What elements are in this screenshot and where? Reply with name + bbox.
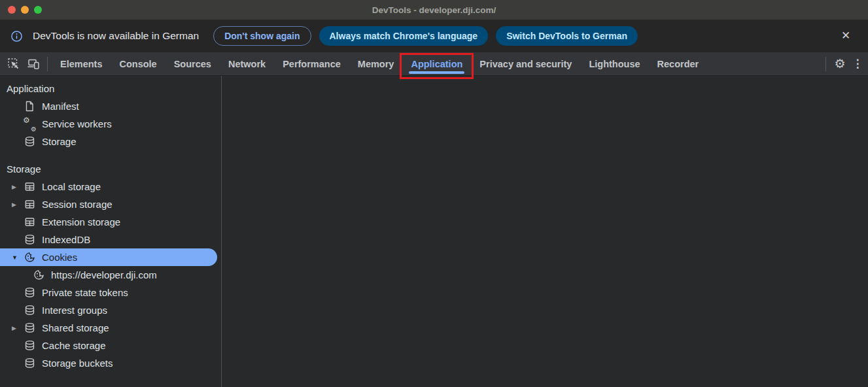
- devtools-toolbar: ElementsConsoleSourcesNetworkPerformance…: [0, 52, 868, 76]
- database-icon: [24, 322, 35, 334]
- sidebar-item-label: https://developer.dji.com: [51, 269, 157, 280]
- tab-label: Network: [228, 59, 266, 69]
- tab-label: Application: [411, 59, 462, 69]
- sidebar-item-https-developer-dji-com[interactable]: https://developer.dji.com: [0, 266, 221, 284]
- tab-label: Recorder: [657, 59, 699, 69]
- sidebar-item-service-workers[interactable]: ⚙⚙Service workers: [0, 115, 221, 133]
- sidebar-item-storage[interactable]: Storage: [0, 133, 221, 150]
- infobar-message: DevTools is now available in German: [33, 30, 199, 42]
- collapsed-arrow-icon[interactable]: ▶: [9, 325, 24, 331]
- sidebar-item-session-storage[interactable]: ▶Session storage: [0, 195, 221, 213]
- tab-memory[interactable]: Memory: [349, 52, 403, 75]
- tab-application[interactable]: Application: [402, 52, 471, 75]
- sidebar-item-private-state-tokens[interactable]: Private state tokens: [0, 284, 221, 301]
- close-icon[interactable]: ✕: [837, 27, 855, 45]
- tab-console[interactable]: Console: [111, 52, 165, 75]
- sidebar-item-cache-storage[interactable]: Cache storage: [0, 337, 221, 354]
- expanded-arrow-icon[interactable]: ▼: [9, 254, 24, 261]
- application-sidebar: ApplicationManifest⚙⚙Service workersStor…: [0, 76, 222, 387]
- more-options-kebab-icon[interactable]: ⋮: [850, 57, 865, 71]
- tab-lighthouse[interactable]: Lighthouse: [580, 52, 648, 75]
- main-area: ApplicationManifest⚙⚙Service workersStor…: [0, 76, 868, 387]
- sidebar-item-local-storage[interactable]: ▶Local storage: [0, 178, 221, 195]
- toolbar-divider: [47, 57, 48, 71]
- tab-label: Lighthouse: [589, 59, 640, 69]
- sidebar-item-label: Interest groups: [42, 305, 107, 316]
- tab-privacy-and-security[interactable]: Privacy and security: [471, 52, 580, 75]
- tab-label: Console: [119, 59, 156, 69]
- tab-network[interactable]: Network: [220, 52, 274, 75]
- sidebar-item-label: Storage buckets: [42, 358, 113, 369]
- always-match-chrome-s-language-button[interactable]: Always match Chrome's language: [319, 26, 489, 46]
- sidebar-item-label: Cookies: [42, 252, 77, 263]
- sidebar-item-label: Cache storage: [42, 340, 106, 351]
- panel-content: [222, 76, 868, 387]
- sidebar-item-indexeddb[interactable]: IndexedDB: [0, 231, 221, 248]
- sidebar-item-extension-storage[interactable]: Extension storage: [0, 213, 221, 231]
- inspect-element-icon[interactable]: [4, 55, 24, 73]
- database-icon: [24, 136, 35, 148]
- panel-tabs: ElementsConsoleSourcesNetworkPerformance…: [52, 52, 707, 75]
- don-t-show-again-button[interactable]: Don't show again: [213, 26, 311, 46]
- info-icon: [10, 30, 23, 42]
- language-infobar: DevTools is now available in German Don'…: [0, 20, 868, 52]
- sidebar-item-label: Session storage: [42, 199, 113, 210]
- switch-devtools-to-german-button[interactable]: Switch DevTools to German: [496, 26, 638, 46]
- sidebar-item-label: Storage: [42, 136, 77, 147]
- table-icon: [24, 216, 35, 228]
- tab-label: Performance: [283, 59, 341, 69]
- table-icon: [24, 199, 35, 210]
- sidebar-item-storage-buckets[interactable]: Storage buckets: [0, 354, 221, 372]
- tab-label: Memory: [358, 59, 394, 69]
- sidebar-item-cookies[interactable]: ▼Cookies: [0, 248, 217, 266]
- section-title-storage: Storage: [0, 160, 221, 178]
- sidebar-item-label: Shared storage: [42, 322, 109, 333]
- settings-gear-icon[interactable]: ⚙: [830, 56, 850, 71]
- tab-label: Elements: [60, 59, 102, 69]
- tab-elements[interactable]: Elements: [52, 52, 111, 75]
- database-icon: [24, 287, 35, 299]
- devtools-window: DevTools - developer.dji.com/ DevTools i…: [0, 0, 868, 387]
- section-title-application: Application: [0, 80, 221, 97]
- sidebar-item-manifest[interactable]: Manifest: [0, 97, 221, 115]
- tab-recorder[interactable]: Recorder: [649, 52, 708, 75]
- cookie-icon: [33, 269, 44, 281]
- database-icon: [24, 234, 35, 246]
- window-title: DevTools - developer.dji.com/: [0, 5, 868, 15]
- database-icon: [24, 340, 35, 352]
- toolbar-divider-right: [825, 57, 826, 71]
- collapsed-arrow-icon[interactable]: ▶: [9, 184, 24, 190]
- section-application: ApplicationManifest⚙⚙Service workersStor…: [0, 80, 221, 150]
- collapsed-arrow-icon[interactable]: ▶: [9, 201, 24, 208]
- gears-icon: ⚙⚙: [24, 118, 35, 130]
- sidebar-item-label: IndexedDB: [42, 234, 90, 245]
- sidebar-item-label: Service workers: [42, 118, 112, 129]
- sidebar-item-label: Local storage: [42, 181, 101, 192]
- titlebar: DevTools - developer.dji.com/: [0, 0, 868, 20]
- cookie-icon: [24, 252, 35, 263]
- tab-performance[interactable]: Performance: [274, 52, 349, 75]
- sidebar-item-label: Extension storage: [42, 216, 120, 227]
- table-icon: [24, 181, 35, 193]
- tab-label: Privacy and security: [479, 59, 572, 69]
- toggle-device-toolbar-icon[interactable]: [24, 55, 43, 73]
- database-icon: [24, 358, 35, 369]
- sidebar-item-label: Private state tokens: [42, 287, 128, 298]
- section-storage: Storage▶Local storage▶Session storageExt…: [0, 160, 221, 372]
- document-icon: [24, 101, 35, 112]
- database-icon: [24, 305, 35, 316]
- sidebar-item-shared-storage[interactable]: ▶Shared storage: [0, 319, 221, 337]
- tab-label: Sources: [174, 59, 211, 69]
- sidebar-item-interest-groups[interactable]: Interest groups: [0, 301, 221, 319]
- tab-sources[interactable]: Sources: [165, 52, 220, 75]
- sidebar-item-label: Manifest: [42, 101, 79, 112]
